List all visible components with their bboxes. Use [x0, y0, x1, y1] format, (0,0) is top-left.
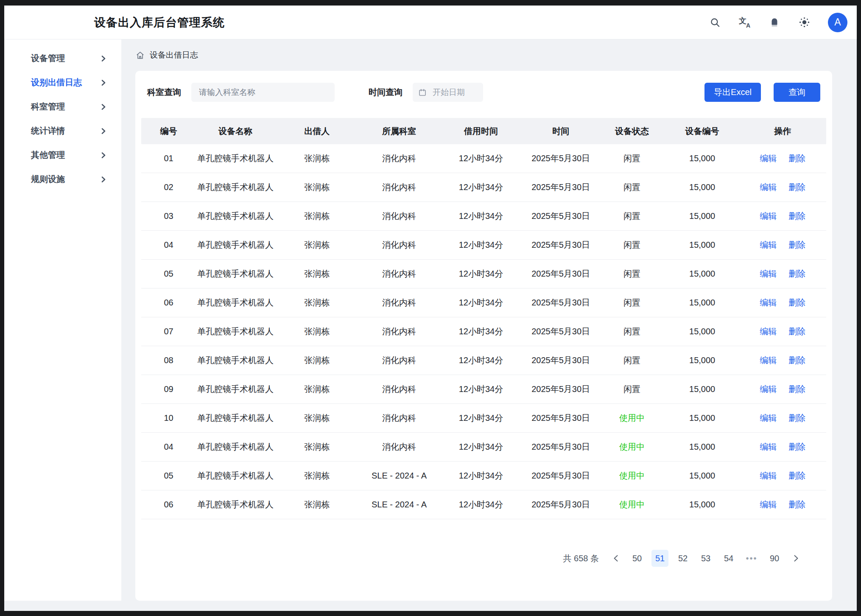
home-icon [135, 50, 145, 60]
cell-lender: 张润栋 [275, 268, 359, 280]
table-header-cell: 时间 [523, 126, 599, 137]
user-avatar[interactable]: A [828, 13, 847, 32]
delete-link[interactable]: 删除 [788, 384, 805, 395]
pagination-pages: 50 51 52 53 54 ••• 90 [629, 550, 783, 567]
cell-id: 09 [141, 384, 196, 394]
top-header: 设备出入库后台管理系统 文A [4, 6, 857, 39]
time-query-label: 时间查询 [369, 87, 403, 98]
delete-link[interactable]: 删除 [788, 499, 805, 510]
delete-link[interactable]: 删除 [788, 239, 805, 251]
delete-link[interactable]: 删除 [788, 355, 805, 366]
sidebar-item-label: 统计详情 [31, 125, 65, 137]
cell-operations: 编辑 删除 [739, 355, 826, 366]
delete-link[interactable]: 删除 [788, 210, 805, 222]
sidebar: 设备管理 设别出借日志 科室管理 [4, 39, 121, 601]
cell-borrow-duration: 12小时34分 [439, 384, 523, 395]
page-number[interactable]: 90 [766, 550, 783, 567]
dept-search-input[interactable] [191, 83, 335, 102]
edit-link[interactable]: 编辑 [760, 326, 777, 337]
cell-lender: 张润栋 [275, 326, 359, 337]
cell-device-code: 15,000 [665, 356, 739, 365]
delete-link[interactable]: 删除 [788, 297, 805, 308]
query-button[interactable]: 查询 [774, 83, 820, 102]
notification-bell-icon[interactable] [769, 17, 780, 28]
edit-link[interactable]: 编辑 [760, 412, 777, 424]
dept-query-label: 科室查询 [147, 87, 181, 98]
table-row: 03 单孔腔镜手术机器人 张润栋 消化内科 12小时34分 2025年5月30日… [141, 202, 826, 231]
next-page-icon[interactable] [789, 550, 803, 567]
cell-device-code: 15,000 [665, 413, 739, 423]
page-number[interactable]: 53 [697, 550, 714, 567]
delete-link[interactable]: 删除 [788, 182, 805, 193]
delete-link[interactable]: 删除 [788, 153, 805, 164]
table-row: 05 单孔腔镜手术机器人 张润栋 SLE - 2024 - A 12小时34分 … [141, 462, 826, 490]
edit-link[interactable]: 编辑 [760, 470, 777, 482]
cell-lender: 张润栋 [275, 182, 359, 193]
table-header-cell: 所属科室 [359, 126, 439, 137]
page-number[interactable]: 51 [651, 550, 668, 567]
cell-lender: 张润栋 [275, 210, 359, 222]
cell-device-status: 闲置 [599, 355, 665, 366]
cell-department: 消化内科 [359, 268, 439, 280]
edit-link[interactable]: 编辑 [760, 153, 777, 164]
delete-link[interactable]: 删除 [788, 470, 805, 482]
page-number[interactable]: 54 [720, 550, 737, 567]
breadcrumb-label[interactable]: 设备出借日志 [150, 50, 198, 61]
edit-link[interactable]: 编辑 [760, 239, 777, 251]
cell-borrow-duration: 12小时34分 [439, 499, 523, 510]
pagination-total: 共 658 条 [563, 553, 599, 564]
edit-link[interactable]: 编辑 [760, 441, 777, 453]
cell-device-status: 闲置 [599, 268, 665, 280]
cell-id: 01 [141, 154, 196, 163]
prev-page-icon[interactable] [608, 550, 623, 567]
page-number[interactable]: 52 [674, 550, 691, 567]
delete-link[interactable]: 删除 [788, 326, 805, 337]
cell-device-name: 单孔腔镜手术机器人 [196, 182, 275, 193]
sidebar-item[interactable]: 科室管理 [4, 95, 121, 119]
sidebar-item-label: 科室管理 [31, 101, 65, 112]
cell-device-name: 单孔腔镜手术机器人 [196, 355, 275, 366]
cell-id: 07 [141, 327, 196, 336]
delete-link[interactable]: 删除 [788, 412, 805, 424]
cell-department: 消化内科 [359, 441, 439, 453]
sidebar-item[interactable]: 规则设施 [4, 167, 121, 191]
cell-department: 消化内科 [359, 182, 439, 193]
cell-lender: 张润栋 [275, 412, 359, 424]
delete-link[interactable]: 删除 [788, 441, 805, 453]
content-card: 科室查询 时间查询 开始日期 导出Excel 查询 [135, 71, 832, 601]
sidebar-item[interactable]: 其他管理 [4, 143, 121, 167]
cell-operations: 编辑 删除 [739, 297, 826, 308]
cell-device-name: 单孔腔镜手术机器人 [196, 326, 275, 337]
edit-link[interactable]: 编辑 [760, 182, 777, 193]
search-icon[interactable] [709, 17, 721, 28]
sidebar-item[interactable]: 统计详情 [4, 119, 121, 143]
delete-link[interactable]: 删除 [788, 268, 805, 280]
start-date-picker[interactable]: 开始日期 [413, 83, 483, 102]
theme-brightness-icon[interactable] [798, 17, 810, 28]
sidebar-item[interactable]: 设别出借日志 [4, 70, 121, 95]
table-row: 06 单孔腔镜手术机器人 张润栋 消化内科 12小时34分 2025年5月30日… [141, 288, 826, 317]
cell-device-status: 闲置 [599, 297, 665, 308]
cell-lender: 张润栋 [275, 153, 359, 164]
filter-row: 科室查询 时间查询 开始日期 导出Excel 查询 [147, 83, 820, 102]
edit-link[interactable]: 编辑 [760, 297, 777, 308]
cell-department: 消化内科 [359, 326, 439, 337]
calendar-icon [419, 89, 426, 96]
translate-icon[interactable]: 文A [739, 17, 751, 28]
edit-link[interactable]: 编辑 [760, 355, 777, 366]
table-header-cell: 操作 [739, 126, 826, 137]
sidebar-item[interactable]: 设备管理 [4, 46, 121, 70]
page-number[interactable]: 50 [629, 550, 646, 567]
cell-device-code: 15,000 [665, 471, 739, 481]
edit-link[interactable]: 编辑 [760, 268, 777, 280]
page-number[interactable]: ••• [743, 550, 760, 567]
edit-link[interactable]: 编辑 [760, 384, 777, 395]
export-excel-button[interactable]: 导出Excel [704, 83, 761, 102]
cell-lender: 张润栋 [275, 499, 359, 510]
cell-date: 2025年5月30日 [523, 182, 599, 193]
sidebar-item-label: 规则设施 [31, 174, 65, 185]
edit-link[interactable]: 编辑 [760, 499, 777, 510]
cell-department: SLE - 2024 - A [359, 500, 439, 510]
edit-link[interactable]: 编辑 [760, 210, 777, 222]
cell-operations: 编辑 删除 [739, 210, 826, 222]
